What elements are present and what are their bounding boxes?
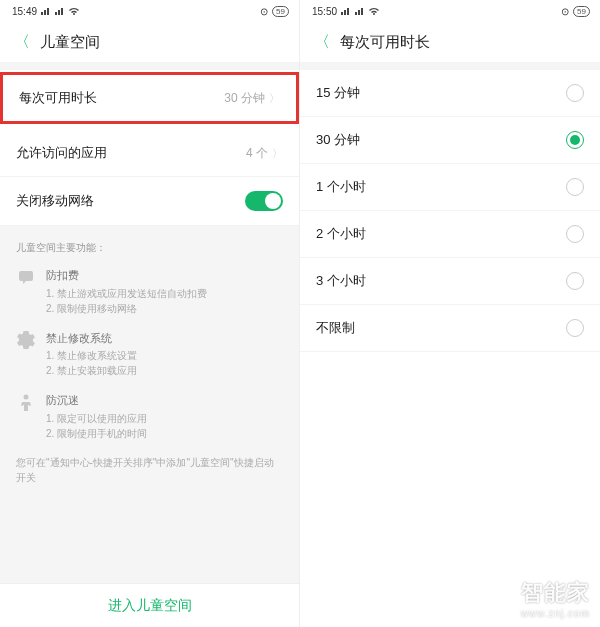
enter-kids-space-button[interactable]: 进入儿童空间 [0,583,299,627]
info-line: 2. 限制使用手机的时间 [46,426,147,441]
watermark: 智能家 www.znj.com [521,578,590,619]
chat-icon [16,267,36,287]
radio-icon [566,178,584,196]
status-bar: 15:50 ⊙ 59 [300,0,600,22]
gear-icon [16,330,36,350]
info-title: 禁止修改系统 [46,330,137,347]
info-item-addiction: 防沉迷 1. 限定可以使用的应用 2. 限制使用手机的时间 [16,392,283,441]
footer-button-label: 进入儿童空间 [108,597,192,615]
page-title: 每次可用时长 [340,33,430,52]
chevron-right-icon: 〉 [272,146,283,161]
screen-duration-options: 15:50 ⊙ 59 〈 每次可用时长 15 分钟 30 分钟 1 个小时 [300,0,600,627]
signal-icon [55,6,65,17]
info-line: 1. 禁止游戏或应用发送短信自动扣费 [46,286,207,301]
battery-badge: 59 [573,6,590,17]
back-icon[interactable]: 〈 [14,32,30,53]
info-heading: 儿童空间主要功能： [16,240,283,255]
wifi-icon [69,6,79,17]
signal-icon [41,6,51,17]
signal-icon [341,6,351,17]
option-label: 不限制 [316,319,355,337]
info-section: 儿童空间主要功能： 防扣费 1. 禁止游戏或应用发送短信自动扣费 2. 限制使用… [0,226,299,583]
option-3hr[interactable]: 3 个小时 [300,258,600,305]
option-label: 1 个小时 [316,178,366,196]
info-line: 1. 限定可以使用的应用 [46,411,147,426]
watermark-sub: www.znj.com [521,608,590,619]
row-allowed-apps[interactable]: 允许访问的应用 4 个 〉 [0,130,299,177]
screen-kids-space: 15:49 ⊙ 59 〈 儿童空间 每次可用时长 30 分钟 〉 [0,0,300,627]
info-item-fee: 防扣费 1. 禁止游戏或应用发送短信自动扣费 2. 限制使用移动网络 [16,267,283,316]
wifi-icon [369,6,379,17]
signal-icon [355,6,365,17]
svg-point-0 [24,395,29,400]
row-label: 允许访问的应用 [16,144,107,162]
option-unlimited[interactable]: 不限制 [300,305,600,352]
info-line: 2. 限制使用移动网络 [46,301,207,316]
status-time: 15:50 [312,6,337,17]
alarm-icon: ⊙ [561,6,569,17]
watermark-main: 智能家 [521,578,590,608]
option-label: 30 分钟 [316,131,360,149]
chevron-right-icon: 〉 [269,91,280,106]
page-title: 儿童空间 [40,33,100,52]
toggle-mobile-network[interactable] [245,191,283,211]
info-line: 1. 禁止修改系统设置 [46,348,137,363]
option-label: 15 分钟 [316,84,360,102]
info-title: 防沉迷 [46,392,147,409]
option-15min[interactable]: 15 分钟 [300,70,600,117]
status-bar: 15:49 ⊙ 59 [0,0,299,22]
radio-icon [566,84,584,102]
status-time: 15:49 [12,6,37,17]
row-duration[interactable]: 每次可用时长 30 分钟 〉 [3,75,296,121]
alarm-icon: ⊙ [260,6,268,17]
radio-icon [566,225,584,243]
back-icon[interactable]: 〈 [314,32,330,53]
highlight-box: 每次可用时长 30 分钟 〉 [0,72,299,124]
option-2hr[interactable]: 2 个小时 [300,211,600,258]
radio-icon [566,131,584,149]
page-header: 〈 儿童空间 [0,22,299,62]
row-value: 30 分钟 〉 [224,90,280,107]
option-30min[interactable]: 30 分钟 [300,117,600,164]
info-title: 防扣费 [46,267,207,284]
option-label: 3 个小时 [316,272,366,290]
row-value: 4 个 〉 [246,145,283,162]
info-note: 您可在"通知中心-快捷开关排序"中添加"儿童空间"快捷启动开关 [16,455,283,485]
option-1hr[interactable]: 1 个小时 [300,164,600,211]
row-label: 关闭移动网络 [16,192,94,210]
page-header: 〈 每次可用时长 [300,22,600,62]
radio-icon [566,319,584,337]
info-item-system: 禁止修改系统 1. 禁止修改系统设置 2. 禁止安装卸载应用 [16,330,283,379]
radio-icon [566,272,584,290]
option-label: 2 个小时 [316,225,366,243]
person-icon [16,392,36,412]
info-line: 2. 禁止安装卸载应用 [46,363,137,378]
battery-badge: 59 [272,6,289,17]
row-mobile-network: 关闭移动网络 [0,177,299,226]
row-label: 每次可用时长 [19,89,97,107]
